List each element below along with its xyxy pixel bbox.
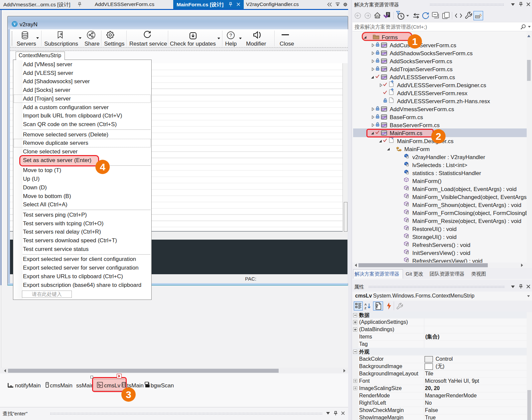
svg-text:?: ? xyxy=(229,33,232,38)
svg-text:Z: Z xyxy=(364,306,366,310)
svg-text:A: A xyxy=(364,303,367,306)
